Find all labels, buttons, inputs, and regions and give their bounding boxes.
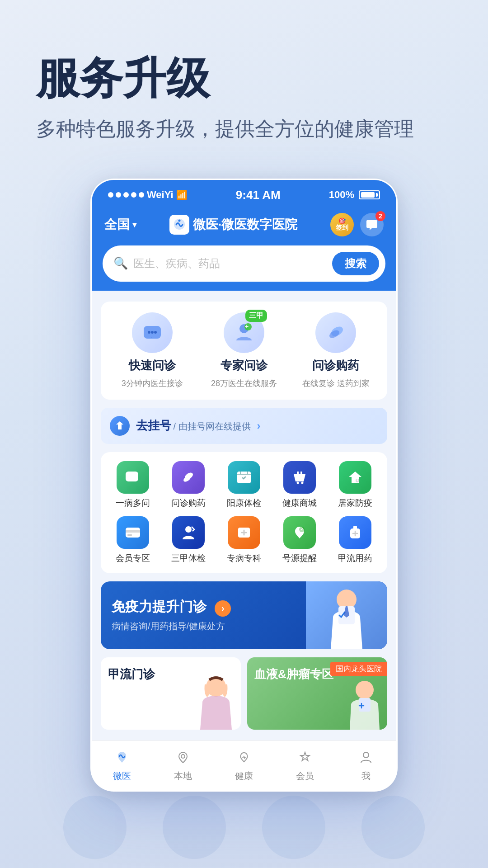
svg-point-40 <box>181 755 185 758</box>
mini-banner-jiuliu[interactable]: 甲流门诊 <box>101 657 241 730</box>
nav-item-wo[interactable]: 我 <box>335 748 396 782</box>
jiankang-shop-icon <box>283 461 316 494</box>
weiyi-nav-icon <box>113 748 131 767</box>
app-logo: 微医·微医数字医院 <box>169 215 298 235</box>
search-placeholder: 医生、疾病、药品 <box>133 256 327 271</box>
battery-tip <box>376 193 378 197</box>
mini-banner-jiuliu-text: 甲流门诊 <box>108 666 155 682</box>
nav-item-weiyi[interactable]: 微医 <box>92 748 153 782</box>
promo-banner[interactable]: 免疫力提升门诊 › 病情咨询/用药指导/健康处方 <box>101 581 387 649</box>
wo-nav-icon <box>357 748 375 767</box>
consult-medicine-name: 问诊购药 <box>312 358 359 373</box>
grid-item-zhuanbing[interactable]: 专病专科 <box>218 516 271 564</box>
message-button[interactable]: 2 <box>360 213 384 236</box>
mini-banner-xuye-text: 血液&肿瘤专区 <box>254 666 333 682</box>
jiuliu-yongyao-icon <box>339 516 371 549</box>
status-time: 9:41 AM <box>236 188 281 202</box>
wifi-icon: 📶 <box>176 189 188 200</box>
service-item-expert-consult[interactable]: 三甲 + 专家问诊 28万医生在线服务 <box>202 312 285 389</box>
grid-item-yibingduowen[interactable]: 一病多问 <box>107 461 160 509</box>
svg-point-24 <box>296 481 299 484</box>
icon-row-1: 一病多问 问诊购药 <box>105 461 383 509</box>
svg-point-5 <box>151 331 154 334</box>
app-header: 全国 ▾ 微医·微医数字医院 🎯 签到 <box>92 207 396 245</box>
location-selector[interactable]: 全国 ▾ <box>104 216 136 233</box>
signal-dot-2 <box>116 192 121 198</box>
jiankang-shop-label: 健康商城 <box>282 497 317 509</box>
search-button[interactable]: 搜索 <box>332 252 379 275</box>
sign-in-button[interactable]: 🎯 签到 <box>330 213 354 236</box>
nav-label-weiyi: 微医 <box>113 770 131 782</box>
svg-rect-22 <box>297 472 299 475</box>
grid-item-wenzhen-yaowu[interactable]: 问诊购药 <box>162 461 215 509</box>
svg-point-6 <box>154 331 157 334</box>
nav-item-huiyuan[interactable]: 会员 <box>274 748 335 782</box>
jiankang-nav-icon <box>235 748 253 767</box>
status-left: WeiYi 📶 <box>108 189 188 201</box>
app-content: 快速问诊 3分钟内医生接诊 三甲 + 专家问诊 28万医生在线服 <box>92 291 396 741</box>
reg-sub-text: / 由挂号网在线提供 <box>173 421 250 431</box>
svg-point-13 <box>128 476 130 477</box>
hero-title: 服务升级 <box>36 54 452 102</box>
grid-item-jiuliu-yongyao[interactable]: 甲流用药 <box>328 516 381 564</box>
grid-item-yangkang[interactable]: 阳康体检 <box>218 461 271 509</box>
jujia-fangyi-icon <box>339 461 371 494</box>
jiuliu-yongyao-label: 甲流用药 <box>338 552 372 564</box>
signal-dot-5 <box>139 192 144 198</box>
wenzhen-yaowu-label: 问诊购药 <box>171 497 206 509</box>
hero-section: 服务升级 多种特色服务升级，提供全方位的健康管理 <box>0 0 488 170</box>
yangkang-label: 阳康体检 <box>227 497 261 509</box>
nav-label-wo: 我 <box>361 770 371 782</box>
zhuanbing-label: 专病专科 <box>227 552 261 564</box>
svg-point-38 <box>356 681 374 699</box>
bottom-deco <box>0 796 488 859</box>
expert-consult-icon: 三甲 + <box>224 312 264 353</box>
phone-wrapper: WeiYi 📶 9:41 AM 100% 全国 ▾ <box>0 179 488 792</box>
grid-item-haoyuan[interactable]: 号源提醒 <box>273 516 326 564</box>
battery-fill <box>361 192 375 198</box>
signal-dots <box>108 192 144 198</box>
nav-label-bendi: 本地 <box>174 770 192 782</box>
mini-banner-jiuliu-image <box>196 671 236 730</box>
zhuanbing-icon <box>228 516 260 549</box>
logo-icon <box>169 215 189 235</box>
deco-circle-4 <box>361 796 425 859</box>
svg-point-15 <box>136 476 137 477</box>
grid-item-huiyuan[interactable]: 会员专区 <box>107 516 160 564</box>
yangkang-icon <box>228 461 260 494</box>
sanjia-tijian-icon <box>172 516 205 549</box>
deco-circle-1 <box>63 796 127 859</box>
icon-grid: 一病多问 问诊购药 <box>101 452 387 573</box>
haoyuan-icon <box>283 516 316 549</box>
svg-point-41 <box>363 752 369 758</box>
search-bar[interactable]: 🔍 医生、疾病、药品 搜索 <box>103 245 385 282</box>
grid-item-sanjia-tijian[interactable]: 三甲体检 <box>162 516 215 564</box>
huiyuan-label: 会员专区 <box>116 552 150 564</box>
yibingduowen-label: 一病多问 <box>116 497 150 509</box>
svg-point-14 <box>132 476 134 477</box>
svg-rect-29 <box>127 534 132 536</box>
sanjia-badge: 三甲 <box>245 310 267 322</box>
huiyuan-nav-icon <box>296 748 314 767</box>
sign-in-label: 🎯 签到 <box>336 218 348 231</box>
message-badge: 2 <box>375 211 385 221</box>
nav-item-jiankang[interactable]: 健康 <box>214 748 275 782</box>
reg-main-text: 去挂号 <box>136 419 171 432</box>
nav-label-jiankang: 健康 <box>235 770 253 782</box>
location-arrow-icon: ▾ <box>132 220 136 230</box>
registration-banner[interactable]: 去挂号 / 由挂号网在线提供 › <box>101 408 387 444</box>
nav-item-bendi[interactable]: 本地 <box>153 748 214 782</box>
service-item-quick-consult[interactable]: 快速问诊 3分钟内医生接诊 <box>111 312 193 389</box>
battery-icon <box>359 190 380 199</box>
service-item-consult-medicine[interactable]: 问诊购药 在线复诊 送药到家 <box>295 312 377 389</box>
grid-item-jujia-fangyi[interactable]: 居家防疫 <box>328 461 381 509</box>
grid-item-jiankang-shop[interactable]: 健康商城 <box>273 461 326 509</box>
svg-rect-39 <box>359 698 371 712</box>
consult-medicine-icon <box>315 312 356 353</box>
hero-subtitle: 多种特色服务升级，提供全方位的健康管理 <box>36 116 452 142</box>
mini-banner-xuye-image <box>344 675 385 730</box>
haoyuan-label: 号源提醒 <box>282 552 317 564</box>
expert-consult-name: 专家问诊 <box>221 358 267 373</box>
mini-banner-xuye[interactable]: 血液&肿瘤专区 国内龙头医院 <box>247 657 387 730</box>
logo-text: 微医·微医数字医院 <box>193 216 298 233</box>
